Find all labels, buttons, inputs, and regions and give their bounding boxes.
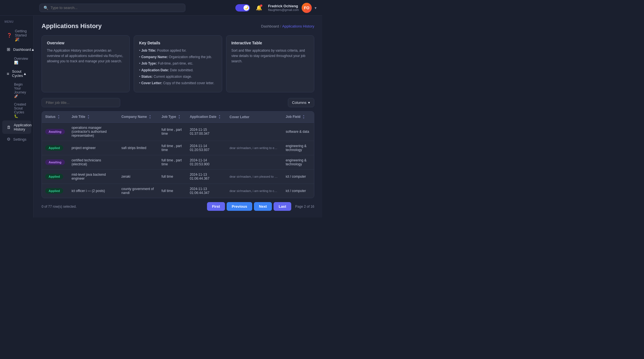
scout-cycles-icon: ≡ [7, 71, 9, 76]
info-card-key-details-text: Job Title: Position applied for. Company… [139, 48, 217, 86]
cell-job-title: operations manager (contractor's authori… [68, 123, 118, 141]
cell-cover-letter: dear sir/madam, i am writing to express … [226, 141, 282, 155]
cell-job-title: certified technicians (electrical) [68, 155, 118, 170]
page-title: Applications History [42, 22, 102, 30]
next-button[interactable]: Next [254, 202, 272, 211]
table-row[interactable]: Awaiting operations manager (contractor'… [42, 123, 314, 141]
cell-cover-letter [226, 155, 282, 170]
pagination-row: 0 of 77 row(s) selected. First Previous … [42, 202, 314, 211]
first-button[interactable]: First [207, 202, 225, 211]
previous-button[interactable]: Previous [227, 202, 252, 211]
info-card-overview-text: The Application History section provides… [47, 48, 124, 64]
info-card-key-details: Key Details Job Title: Position applied … [134, 35, 222, 92]
cell-status: Applied [42, 141, 68, 155]
cell-status: Awaiting [42, 155, 68, 170]
cell-app-date: 2024-11-15 01:37:00.347 [186, 123, 226, 141]
settings-icon: ⚙ [7, 137, 10, 142]
search-box[interactable]: 🔍 [39, 4, 185, 12]
sort-arrows-job-type: ▲▼ [178, 115, 180, 119]
col-job-field[interactable]: Job Field ▲▼ [282, 111, 314, 123]
cell-job-field: software & data [282, 123, 314, 141]
search-input[interactable] [51, 6, 181, 10]
avatar-initials: FO [304, 6, 309, 10]
cell-job-type: full time , part time [158, 123, 186, 141]
info-card-overview: Overview The Application History section… [42, 35, 130, 92]
breadcrumb-sep: / [280, 24, 281, 28]
sidebar-item-getting-started[interactable]: ❓ Getting Started 🎉 [2, 26, 31, 44]
sidebar-group-scout-left: ≡ Scout Cycles [7, 69, 23, 78]
cell-app-date: 2024-11-13 01:06:44.367 [186, 170, 226, 184]
col-company-name[interactable]: Company Name ▲▼ [118, 111, 158, 123]
sidebar-group-dashboard[interactable]: ⊞ Dashboard ▲ [2, 44, 31, 54]
col-job-title[interactable]: Job Title ▲▼ [68, 111, 118, 123]
theme-icon: 🌙 [244, 6, 248, 10]
cell-job-type: full time [158, 170, 186, 184]
cell-status: Applied [42, 170, 68, 184]
table-row[interactable]: Awaiting certified technicians (electric… [42, 155, 314, 170]
sort-arrows-company: ▲▼ [149, 115, 151, 119]
columns-button[interactable]: Columns ▾ [288, 98, 314, 107]
cell-job-field: engineering & technology [282, 141, 314, 155]
topbar: 🔍 🌙 🔔 Fredrick Ochieng flaughters@gmail.… [0, 0, 322, 16]
sidebar-item-created-scout-label: Created Scout Cycles 🐛 [14, 102, 27, 118]
sidebar-group-dashboard-left: ⊞ Dashboard [7, 47, 31, 52]
sidebar-group-scout-label: Scout Cycles [12, 69, 23, 78]
info-card-key-details-title: Key Details [139, 41, 217, 45]
cell-cover-letter: dear sir/madam, i am pleased to present … [226, 170, 282, 184]
info-card-overview-title: Overview [47, 41, 124, 45]
last-button[interactable]: Last [274, 202, 291, 211]
sidebar-item-settings-label: Settings [13, 137, 26, 141]
user-menu-chevron[interactable]: ▾ [315, 6, 317, 10]
table-row[interactable]: Applied mid-level java backend engineer … [42, 170, 314, 184]
sidebar-item-created-scout[interactable]: Created Scout Cycles 🐛 [2, 100, 31, 120]
sidebar-group-scout-cycles[interactable]: ≡ Scout Cycles ▲ [2, 67, 31, 80]
sidebar-group-dashboard-label: Dashboard [13, 47, 31, 52]
status-badge: Applied [45, 188, 63, 194]
cell-company [118, 123, 158, 141]
sidebar-item-application-history-label: Application History [14, 123, 32, 131]
notification-bell[interactable]: 🔔 [254, 3, 263, 12]
sidebar: MENU ❓ Getting Started 🎉 ⊞ Dashboard ▲ O… [0, 16, 34, 218]
cell-company: county government of nandi [118, 184, 158, 198]
columns-btn-chevron: ▾ [308, 100, 310, 105]
cell-cover-letter [226, 123, 282, 141]
status-badge: Applied [45, 145, 63, 151]
cell-app-date: 2024-11-13 01:06:44.347 [186, 184, 226, 198]
breadcrumb-current: Applications History [282, 24, 314, 28]
cell-job-field: ict / computer [282, 170, 314, 184]
table-header: Status ▲▼ Job Title ▲▼ Company Name ▲▼ [42, 111, 314, 123]
info-card-interactive-table: Interactive Table Sort and filter applic… [226, 35, 314, 92]
topbar-right: 🌙 🔔 Fredrick Ochieng flaughters@gmail.co… [235, 3, 317, 13]
theme-toggle[interactable]: 🌙 [235, 4, 250, 12]
sidebar-item-begin-journey[interactable]: Begin Your Journey 🚀 [2, 81, 31, 100]
col-application-date[interactable]: Application Date ▲▼ [186, 111, 226, 123]
info-card-interactive-table-title: Interactive Table [231, 41, 309, 45]
col-job-type[interactable]: Job Type ▲▼ [158, 111, 186, 123]
cell-status: Awaiting [42, 123, 68, 141]
cell-job-field: ict / computer [282, 184, 314, 198]
sidebar-item-overview[interactable]: Overview 📊 [2, 55, 31, 67]
status-badge: Applied [45, 174, 63, 179]
main-layout: MENU ❓ Getting Started 🎉 ⊞ Dashboard ▲ O… [0, 16, 322, 218]
cell-company: safi strips limited [118, 141, 158, 155]
table-row[interactable]: Applied ict officer i — (2 posts) county… [42, 184, 314, 198]
cell-app-date: 2024-11-14 01:20:53.937 [186, 141, 226, 155]
sidebar-item-settings[interactable]: ⚙ Settings [2, 134, 31, 144]
row-count: 0 of 77 row(s) selected. [42, 205, 77, 209]
getting-started-icon: ❓ [7, 33, 12, 38]
col-status[interactable]: Status ▲▼ [42, 111, 68, 123]
cell-job-field: engineering & technology [282, 155, 314, 170]
cell-job-title: ict officer i — (2 posts) [68, 184, 118, 198]
filter-job-title-input[interactable] [42, 98, 120, 107]
sidebar-item-application-history[interactable]: 🗓 Application History [2, 120, 31, 134]
scout-chevron: ▲ [23, 72, 27, 76]
table-body: Awaiting operations manager (contractor'… [42, 123, 314, 198]
dashboard-icon: ⊞ [7, 47, 10, 52]
application-history-icon: 🗓 [7, 125, 11, 130]
avatar: FO [302, 3, 312, 13]
user-info[interactable]: Fredrick Ochieng flaughters@gmail.com FO… [268, 3, 317, 13]
sidebar-item-getting-started-label: Getting Started 🎉 [15, 29, 27, 42]
content-area: Applications History Dashboard / Applica… [34, 16, 322, 218]
user-text: Fredrick Ochieng flaughters@gmail.com [268, 4, 299, 12]
table-row[interactable]: Applied project engineer safi strips lim… [42, 141, 314, 155]
